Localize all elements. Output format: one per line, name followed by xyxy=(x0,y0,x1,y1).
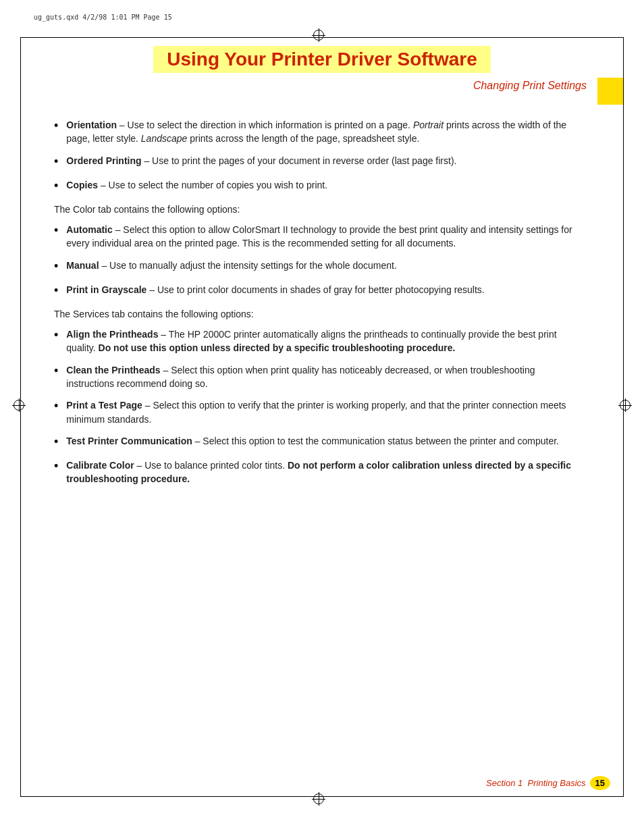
bullet-manual-text: Manual – Use to manually adjust the inte… xyxy=(66,259,576,272)
bullet-automatic-text: Automatic – Select this option to allow … xyxy=(66,223,576,251)
term: Print a Test Page xyxy=(66,400,142,411)
bullet-dot: • xyxy=(54,221,58,239)
term: Automatic xyxy=(66,224,112,235)
bullet-ordered-printing-text: Ordered Printing – Use to print the page… xyxy=(66,154,576,167)
yellow-accent-block xyxy=(597,78,623,105)
bullet-clean-printheads-text: Clean the Printheads – Select this optio… xyxy=(66,363,576,391)
bullet-dot: • xyxy=(54,153,58,170)
bullet-dot: • xyxy=(54,117,58,134)
bullet-manual: • Manual – Use to manually adjust the in… xyxy=(54,259,576,275)
page-title: Using Your Printer Driver Software xyxy=(153,46,491,73)
bullet-dot: • xyxy=(54,433,58,450)
bullet-dot: • xyxy=(54,397,58,415)
bullet-grayscale-text: Print in Grayscale – Use to print color … xyxy=(66,283,576,296)
bullet-dot: • xyxy=(54,362,58,380)
bullet-orientation: • Orientation – Use to select the direct… xyxy=(54,118,576,146)
bullet-copies: • Copies – Use to select the number of c… xyxy=(54,178,576,194)
bullet-test-comm: • Test Printer Communication – Select th… xyxy=(54,434,576,450)
term: Align the Printheads xyxy=(66,329,158,340)
bullet-dot: • xyxy=(54,282,58,299)
header-title-area: Using Your Printer Driver Software xyxy=(68,46,576,73)
page-subtitle: Changing Print Settings xyxy=(473,80,587,92)
page-footer: Section 1 Printing Basics 15 xyxy=(34,776,610,790)
bullet-copies-text: Copies – Use to select the number of cop… xyxy=(66,178,576,192)
services-tab-intro: The Services tab contains the following … xyxy=(54,307,576,321)
term: Ordered Printing xyxy=(66,155,141,166)
term: Orientation xyxy=(66,120,117,130)
bullet-dot: • xyxy=(54,257,58,275)
services-bullets: • Align the Printheads – The HP 2000C pr… xyxy=(54,328,576,486)
crosshair-bottom-center xyxy=(312,792,325,806)
bullet-clean-printheads: • Clean the Printheads – Select this opt… xyxy=(54,363,576,391)
calibrate-warning: Do not perform a color calibration unles… xyxy=(66,460,571,484)
bullet-calibrate-color: • Calibrate Color – Use to balance print… xyxy=(54,459,576,486)
landscape-text: Landscape xyxy=(141,133,188,144)
setup-bullets: • Orientation – Use to select the direct… xyxy=(54,118,576,194)
term: Clean the Printheads xyxy=(66,365,160,375)
term: Manual xyxy=(66,260,99,271)
bullet-calibrate-color-text: Calibrate Color – Use to balance printed… xyxy=(66,459,576,486)
term: Calibrate Color xyxy=(66,460,134,471)
bullet-test-comm-text: Test Printer Communication – Select this… xyxy=(66,434,576,448)
portrait-text: Portrait xyxy=(413,120,444,130)
bullet-automatic: • Automatic – Select this option to allo… xyxy=(54,223,576,251)
bullet-dot: • xyxy=(54,177,58,194)
warning-text: Do not use this option unless directed b… xyxy=(99,342,456,353)
bullet-dot: • xyxy=(54,326,58,344)
file-metadata: ug_guts.qxd 4/2/98 1:01 PM Page 15 xyxy=(34,14,172,21)
bullet-test-page: • Print a Test Page – Select this option… xyxy=(54,398,576,426)
bullet-test-page-text: Print a Test Page – Select this option t… xyxy=(66,398,576,426)
color-bullets: • Automatic – Select this option to allo… xyxy=(54,223,576,299)
main-content: • Orientation – Use to select the direct… xyxy=(54,118,576,494)
bullet-align-printheads: • Align the Printheads – The HP 2000C pr… xyxy=(54,328,576,355)
bullet-dot: • xyxy=(54,457,58,475)
page-border-right xyxy=(623,37,624,797)
color-tab-intro: The Color tab contains the following opt… xyxy=(54,203,576,216)
crosshair-top-center xyxy=(312,28,325,42)
footer-section-label: Section 1 Printing Basics xyxy=(486,778,585,788)
page-number: 15 xyxy=(590,776,610,790)
term: Test Printer Communication xyxy=(66,436,192,446)
bullet-grayscale: • Print in Grayscale – Use to print colo… xyxy=(54,283,576,299)
bullet-ordered-printing: • Ordered Printing – Use to print the pa… xyxy=(54,154,576,170)
page-border-left xyxy=(20,37,21,797)
crosshair-right-middle xyxy=(618,398,632,412)
crosshair-left-middle xyxy=(12,398,26,412)
term: Copies xyxy=(66,180,98,190)
bullet-orientation-text: Orientation – Use to select the directio… xyxy=(66,118,576,146)
term: Print in Grayscale xyxy=(66,284,146,295)
bullet-align-printheads-text: Align the Printheads – The HP 2000C prin… xyxy=(66,328,576,355)
